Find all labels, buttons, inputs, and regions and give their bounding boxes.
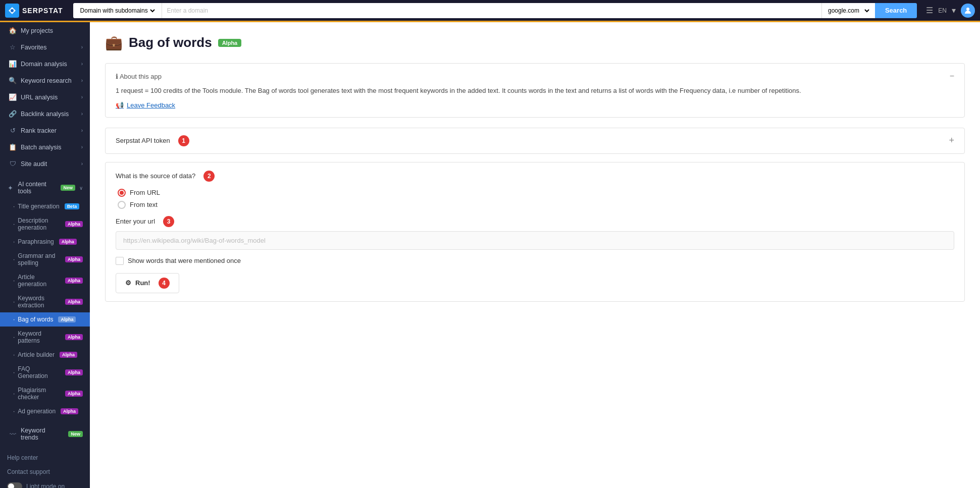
domain-type-select[interactable]: Domain with subdomains Domain URL	[73, 3, 162, 18]
avatar[interactable]	[961, 4, 975, 18]
radio-from-text[interactable]: From text	[118, 201, 954, 209]
dot-icon: ·	[13, 221, 15, 228]
article-builder-badge: Alpha	[60, 352, 77, 358]
sidebar-label-batch-analysis: Batch analysis	[21, 144, 62, 151]
show-mentioned-once-row[interactable]: Show words that were mentioned once	[116, 257, 954, 265]
sidebar-subitem-keywords-extraction[interactable]: · Keywords extraction Alpha	[0, 291, 90, 312]
menu-icon[interactable]: ☰	[926, 6, 933, 15]
rank-tracker-icon: ↺	[9, 127, 17, 134]
run-button[interactable]: ⚙ Run! 4	[116, 273, 179, 293]
home-icon: 🏠	[9, 27, 17, 34]
subitem-label-article-builder: Article builder	[18, 351, 55, 358]
sidebar-item-my-projects[interactable]: 🏠 My projects	[0, 22, 90, 39]
help-center-link[interactable]: Help center	[0, 451, 90, 465]
dot-icon: ·	[13, 369, 15, 376]
step-2-badge: 2	[203, 171, 215, 182]
subitem-label-plagiarism-checker: Plagiarism checker	[18, 387, 60, 401]
sidebar-item-keyword-trends[interactable]: 〰 Keyword trends New	[0, 422, 90, 446]
chevron-down-icon[interactable]: ▾	[952, 6, 956, 15]
sidebar-label-url-analysis: URL analysis	[21, 94, 58, 101]
api-token-expand-button[interactable]: +	[949, 135, 954, 146]
light-mode-toggle[interactable]: Light mode on	[0, 479, 90, 488]
feedback-icon: 📢	[116, 101, 124, 109]
sidebar-label-keyword-research: Keyword research	[21, 77, 72, 84]
subitem-label-paraphrasing: Paraphrasing	[18, 238, 54, 245]
run-icon: ⚙	[125, 279, 131, 287]
info-box-text: 1 request = 100 credits of the Tools mod…	[116, 86, 954, 96]
chevron-right-icon: ›	[81, 44, 83, 50]
api-token-title: Serpstat API token	[116, 137, 170, 144]
domain-search-input[interactable]	[162, 3, 821, 18]
sidebar-item-url-analysis[interactable]: 📈 URL analysis ›	[0, 89, 90, 105]
dot-icon: ·	[13, 238, 15, 245]
sidebar-subitem-keyword-patterns[interactable]: · Keyword patterns Alpha	[0, 327, 90, 348]
feedback-link[interactable]: 📢 Leave Feedback	[116, 101, 175, 109]
run-label: Run!	[135, 279, 150, 287]
language-selector[interactable]: EN	[938, 7, 947, 14]
sidebar-subitem-faq-generation[interactable]: · FAQ Generation Alpha	[0, 362, 90, 383]
source-label: What is the source of data?	[116, 172, 195, 180]
sidebar-subitem-article-generation[interactable]: · Article generation Alpha	[0, 270, 90, 291]
ai-tools-new-badge: New	[61, 185, 75, 191]
step-4-badge: 4	[159, 278, 170, 289]
favorites-icon: ☆	[9, 43, 17, 51]
sidebar-item-favorites[interactable]: ☆ Favorites ›	[0, 39, 90, 56]
radio-from-url-dot	[120, 191, 124, 195]
sidebar-label-rank-tracker: Rank tracker	[21, 127, 57, 134]
sidebar-item-batch-analysis[interactable]: 📋 Batch analysis ›	[0, 139, 90, 155]
radio-from-url[interactable]: From URL	[118, 189, 954, 197]
contact-support-link[interactable]: Contact support	[0, 465, 90, 479]
sidebar-item-keyword-research[interactable]: 🔍 Keyword research ›	[0, 72, 90, 89]
light-mode-label: Light mode on	[26, 483, 65, 488]
chevron-right-icon: ›	[81, 78, 83, 83]
sidebar-subitem-ad-generation[interactable]: · Ad generation Alpha	[0, 404, 90, 418]
show-mentioned-once-checkbox[interactable]	[116, 257, 124, 265]
page-icon: 💼	[105, 34, 123, 51]
domain-analysis-icon: 📊	[9, 60, 17, 68]
url-label-row: Enter your url 3	[116, 216, 954, 227]
sidebar-subitem-bag-of-words[interactable]: · Bag of words Alpha	[0, 312, 90, 327]
main-content: 💼 Bag of words Alpha ℹ About this app − …	[90, 22, 980, 488]
sidebar-subitem-title-generation[interactable]: · Title generation Beta	[0, 199, 90, 213]
topbar: SERPSTAT Domain with subdomains Domain U…	[0, 0, 980, 22]
search-button[interactable]: Search	[875, 3, 917, 18]
sidebar-item-backlink-analysis[interactable]: 🔗 Backlink analysis ›	[0, 105, 90, 122]
sidebar-subitem-grammar-spelling[interactable]: · Grammar and spelling Alpha	[0, 249, 90, 270]
sidebar-label-site-audit: Site audit	[21, 160, 47, 168]
sidebar-item-ai-content-tools[interactable]: ✦ AI content tools New ∨	[0, 176, 90, 199]
toggle-switch[interactable]	[7, 482, 22, 488]
info-box: ℹ About this app − 1 request = 100 credi…	[105, 63, 965, 118]
radio-from-url-circle	[118, 189, 126, 197]
search-engine-select[interactable]: google.com google.co.uk	[821, 3, 875, 18]
step-1-badge: 1	[178, 135, 189, 146]
domain-type-dropdown[interactable]: Domain with subdomains Domain URL	[78, 7, 157, 15]
sidebar-item-site-audit[interactable]: 🛡 Site audit ›	[0, 155, 90, 172]
sidebar-item-rank-tracker[interactable]: ↺ Rank tracker ›	[0, 122, 90, 139]
url-input[interactable]	[116, 231, 954, 250]
keywords-extraction-badge: Alpha	[65, 299, 83, 305]
api-token-header[interactable]: Serpstat API token 1 +	[106, 128, 964, 153]
subitem-label-description-generation: Description generation	[18, 217, 60, 231]
svg-point-1	[966, 8, 969, 11]
chevron-right-icon: ›	[81, 161, 83, 167]
url-analysis-icon: 📈	[9, 93, 17, 101]
backlink-icon: 🔗	[9, 110, 17, 118]
sidebar-subitem-article-builder[interactable]: · Article builder Alpha	[0, 348, 90, 362]
sidebar-subitem-description-generation[interactable]: · Description generation Alpha	[0, 213, 90, 235]
title-generation-badge: Beta	[65, 203, 80, 209]
sidebar-label-favorites: Favorites	[21, 44, 46, 51]
search-engine-dropdown[interactable]: google.com google.co.uk	[826, 7, 871, 15]
chevron-right-icon: ›	[81, 128, 83, 133]
chevron-right-icon: ›	[81, 144, 83, 150]
radio-from-text-circle	[118, 201, 126, 209]
show-mentioned-once-label: Show words that were mentioned once	[128, 257, 241, 264]
radio-from-url-label: From URL	[130, 189, 160, 196]
subitem-label-keyword-patterns: Keyword patterns	[18, 330, 60, 344]
subitem-label-title-generation: Title generation	[18, 203, 59, 210]
info-box-collapse-button[interactable]: −	[950, 72, 954, 81]
sidebar-subitem-plagiarism-checker[interactable]: · Plagiarism checker Alpha	[0, 383, 90, 404]
sidebar-label-keyword-trends: Keyword trends	[21, 427, 62, 441]
sidebar-subitem-paraphrasing[interactable]: · Paraphrasing Alpha	[0, 235, 90, 249]
chevron-right-icon: ›	[81, 94, 83, 100]
sidebar-item-domain-analysis[interactable]: 📊 Domain analysis ›	[0, 56, 90, 72]
